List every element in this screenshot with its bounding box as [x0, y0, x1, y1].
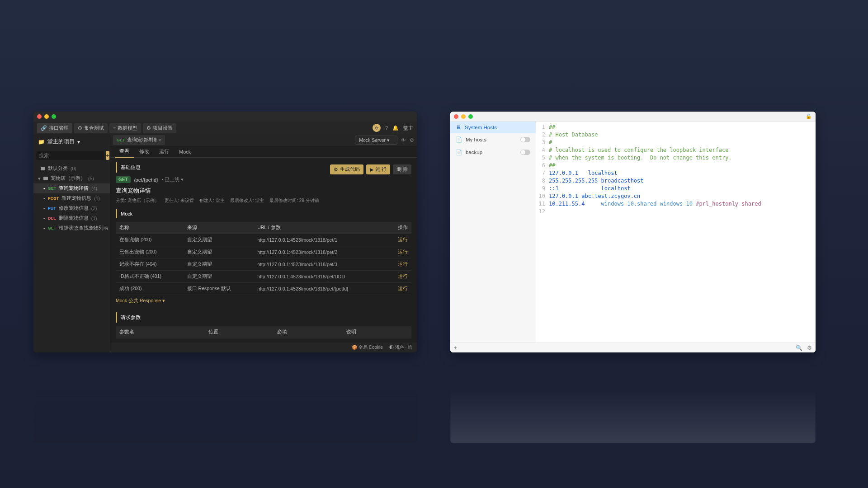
code-line: 5# when the system is booting. Do not ch…: [536, 154, 816, 162]
gear-icon[interactable]: ⚙: [410, 137, 414, 143]
bell-icon[interactable]: 🔔: [392, 125, 399, 131]
col-src: 来源: [184, 222, 254, 234]
code-line: 6##: [536, 162, 816, 169]
add-host-button[interactable]: +: [454, 345, 457, 351]
run-link[interactable]: 运行: [398, 237, 408, 242]
hosts-editor-window: 🔒 🖥System Hosts📄My hosts📄backup 1##2# Ho…: [450, 112, 816, 352]
api-path: /pet/{petId}: [134, 177, 158, 183]
close-icon[interactable]: ×: [159, 137, 161, 143]
section-request-params: 请求参数: [116, 312, 411, 323]
subtab-edit[interactable]: 修改: [135, 146, 154, 157]
sidebar-item[interactable]: 🖥System Hosts: [450, 122, 536, 133]
method-chip: GET: [116, 176, 131, 183]
params-table: 参数名 位置 必填 说明: [116, 326, 411, 338]
toggle-switch[interactable]: [520, 150, 530, 155]
tab-bar: GET 查询宠物详情 × Mock Server ▾ 👁 ⚙: [110, 134, 417, 146]
maximize-icon[interactable]: [468, 114, 473, 119]
tree-item[interactable]: • DEL 删除宠物信息 (1): [33, 213, 110, 223]
nav-data-model[interactable]: ≡数据模型: [109, 123, 141, 133]
mock-public-response[interactable]: Mock 公共 Response ▾: [116, 295, 165, 307]
toggle-switch[interactable]: [520, 137, 530, 142]
code-line: 9::1 localhost: [536, 185, 816, 192]
table-row: 已售出宠物 (200)自定义期望http://127.0.0.1:4523/mo…: [116, 246, 411, 258]
code-line: 1110.211.55.4 windows-10.shared windows-…: [536, 200, 816, 208]
code-line: 12: [536, 208, 816, 216]
run-link[interactable]: 运行: [398, 273, 408, 279]
nav-api-mgmt[interactable]: 🔗接口管理: [37, 123, 72, 133]
traffic-lights: [33, 112, 60, 122]
table-row: 在售宠物 (200)自定义期望http://127.0.0.1:4523/moc…: [116, 234, 411, 246]
add-button[interactable]: +: [106, 151, 109, 160]
tree-item[interactable]: • GET 查询宠物详情 (4): [33, 183, 110, 193]
monitor-icon: 🖥: [456, 125, 461, 130]
api-tool-window: 🔗接口管理 ⚙集合测试 ≡数据模型 ⚙项目设置 ⟳ ? 🔔 堂主 📁 堂主的项目…: [33, 112, 417, 352]
hosts-sidebar: 🖥System Hosts📄My hosts📄backup: [450, 122, 536, 343]
lock-icon: 🔒: [806, 113, 812, 119]
close-icon[interactable]: [37, 114, 42, 119]
search-icon[interactable]: 🔍: [796, 345, 802, 351]
subtab-run[interactable]: 运行: [155, 146, 174, 157]
close-icon[interactable]: [454, 114, 458, 119]
col-action: 操作: [389, 222, 411, 234]
sidebar-item[interactable]: 📄My hosts: [450, 133, 536, 146]
global-cookie[interactable]: 🍪 全局 Cookie: [352, 344, 383, 351]
col-url: URL / 参数: [254, 222, 389, 234]
method-badge: GET: [117, 138, 125, 142]
tree-default-group[interactable]: 默认分类 (0): [33, 164, 110, 174]
folder-icon: [41, 167, 45, 170]
eye-icon[interactable]: 👁: [401, 137, 406, 143]
table-row: ID格式不正确 (401)自定义期望http://127.0.0.1:4523/…: [116, 271, 411, 283]
minimize-icon[interactable]: [44, 114, 49, 119]
traffic-lights: [450, 112, 476, 122]
subtab-view[interactable]: 查看: [115, 145, 134, 158]
minimize-icon[interactable]: [461, 114, 466, 119]
hosts-titlebar: 🔒: [450, 112, 816, 122]
theme-toggle[interactable]: ◐ 浅色 · 暗: [389, 344, 412, 351]
code-line: 10127.0.0.1 abc.test.zcygov.cn: [536, 192, 816, 200]
api-title: 查询宠物详情: [116, 187, 411, 195]
project-selector[interactable]: 📁 堂主的项目 ▾: [33, 134, 110, 149]
tab-active[interactable]: GET 查询宠物详情 ×: [113, 135, 165, 145]
run-link[interactable]: 运行: [398, 261, 408, 267]
section-basic-info: 基础信息: [116, 162, 141, 173]
tree-item[interactable]: • GET 根据状态查找宠物列表 (2): [33, 223, 110, 233]
code-line: 1##: [536, 123, 816, 131]
sync-icon[interactable]: ⟳: [373, 124, 381, 132]
table-row: 成功 (200)接口 Response 默认http://127.0.0.1:4…: [116, 283, 411, 295]
nav-project-settings[interactable]: ⚙项目设置: [143, 123, 176, 133]
api-tree: 默认分类 (0) ▾ 宠物店（示例） (5) • GET 查询宠物详情 (4)•…: [33, 162, 110, 352]
col-name: 名称: [116, 222, 184, 234]
status-chip: • 已上线 ▾: [162, 177, 184, 183]
folder-icon: [43, 177, 48, 180]
file-icon: 📄: [456, 149, 462, 155]
hosts-code-editor[interactable]: 1##2# Host Database3#4# localhost is use…: [536, 122, 816, 343]
maximize-icon[interactable]: [52, 114, 56, 119]
gen-code-button[interactable]: ⚙ 生成代码: [330, 164, 363, 174]
file-icon: 📄: [456, 136, 462, 143]
delete-button[interactable]: 删 除: [393, 164, 411, 174]
tree-item[interactable]: • PUT 修改宠物信息 (2): [33, 203, 110, 213]
run-button[interactable]: ▶ 运 行: [366, 164, 390, 174]
api-meta: 分类: 宠物店（示例）责任人: 未设置创建人: 堂主最后修改人: 堂主最后修改时…: [116, 197, 411, 204]
environment-select[interactable]: Mock Server ▾: [355, 136, 397, 145]
api-sidebar: 📁 堂主的项目 ▾ + 默认分类 (0) ▾ 宠物店（示例） (5) • GET…: [33, 134, 110, 352]
tree-petshop-group[interactable]: ▾ 宠物店（示例） (5): [33, 174, 110, 183]
mock-table: 名称 来源 URL / 参数 操作 在售宠物 (200)自定义期望http://…: [116, 222, 411, 295]
subtab-bar: 查看 修改 运行 Mock: [110, 146, 417, 158]
api-main: GET 查询宠物详情 × Mock Server ▾ 👁 ⚙ 查看 修改 运行 …: [110, 134, 417, 352]
help-icon[interactable]: ?: [385, 125, 388, 131]
table-row: 记录不存在 (404)自定义期望http://127.0.0.1:4523/mo…: [116, 258, 411, 271]
nav-collection-test[interactable]: ⚙集合测试: [74, 123, 108, 133]
hosts-bottombar: + 🔍 ⚙: [450, 343, 816, 352]
api-footer: 🍪 全局 Cookie ◐ 浅色 · 暗: [110, 343, 417, 352]
api-titlebar: [33, 112, 417, 122]
sidebar-item[interactable]: 📄backup: [450, 146, 536, 159]
user-label[interactable]: 堂主: [403, 125, 413, 131]
tree-item[interactable]: • POST 新建宠物信息 (1): [33, 193, 110, 203]
code-line: 4# localhost is used to configure the lo…: [536, 146, 816, 154]
search-input[interactable]: [36, 151, 104, 160]
subtab-mock[interactable]: Mock: [175, 147, 195, 157]
run-link[interactable]: 运行: [398, 286, 408, 291]
run-link[interactable]: 运行: [398, 249, 408, 254]
settings-icon[interactable]: ⚙: [807, 345, 812, 351]
